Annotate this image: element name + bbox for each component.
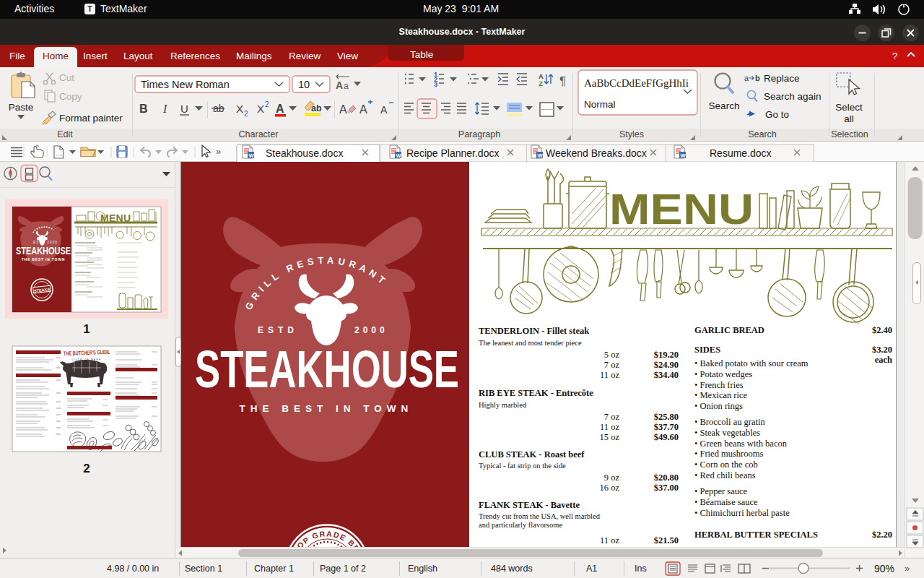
svg-text:a: a [744, 74, 749, 82]
svg-text:Paragraph: Paragraph [458, 129, 500, 139]
svg-text:Search: Search [709, 100, 740, 111]
svg-text:ESTD: ESTD [258, 325, 298, 335]
svg-text:Copy: Copy [59, 91, 82, 102]
svg-text:all: all [844, 113, 854, 124]
svg-text:A: A [276, 103, 284, 115]
svg-text:THE BEST IN TOWN: THE BEST IN TOWN [240, 403, 414, 414]
svg-text:2: 2 [265, 100, 269, 108]
svg-text:Paste: Paste [9, 102, 34, 113]
svg-text:Search: Search [748, 129, 777, 139]
svg-text:Styles: Styles [619, 129, 644, 139]
svg-text:X: X [236, 103, 243, 115]
svg-text:90%: 90% [874, 563, 894, 574]
svg-text:a: a [344, 81, 349, 91]
svg-text:Weekend Breaks.docx: Weekend Breaks.docx [546, 147, 647, 159]
svg-text:Steakhouse.docx: Steakhouse.docx [266, 147, 343, 159]
svg-text:b: b [755, 74, 760, 82]
svg-text:Times New Roman: Times New Roman [141, 79, 230, 90]
svg-text:Selection: Selection [831, 129, 868, 139]
svg-text:1: 1 [83, 322, 90, 336]
svg-text:I: I [162, 103, 167, 115]
svg-text:2: 2 [244, 110, 248, 118]
svg-text:U: U [180, 103, 188, 115]
svg-text:AaBbCcDdEeFfGgHhIi: AaBbCcDdEeFfGgHhIi [584, 77, 689, 89]
svg-text:Cut: Cut [59, 72, 74, 83]
svg-text:Go to: Go to [765, 109, 789, 120]
svg-text:A: A [380, 104, 388, 116]
svg-text:Replace: Replace [764, 73, 800, 84]
svg-text:ab: ab [311, 103, 322, 113]
svg-text:3: 3 [434, 80, 437, 88]
svg-text:X: X [257, 103, 264, 115]
svg-text:STEAKHOUSE: STEAKHOUSE [16, 245, 71, 256]
svg-text:Z: Z [539, 79, 543, 87]
svg-text:2: 2 [83, 462, 90, 475]
svg-text:Search again: Search again [764, 91, 821, 102]
svg-text:MENU: MENU [609, 185, 754, 233]
svg-text:Resume.docx: Resume.docx [710, 147, 772, 159]
svg-text:Select: Select [835, 102, 863, 113]
svg-text:A: A [359, 103, 367, 116]
svg-text:ESTD 2000: ESTD 2000 [33, 241, 58, 244]
svg-text:2000: 2000 [354, 325, 388, 335]
svg-text:THE BEST IN TOWN: THE BEST IN TOWN [22, 257, 66, 262]
svg-text:Character: Character [239, 129, 279, 139]
svg-text:¶: ¶ [559, 74, 566, 88]
svg-text:W: W [249, 152, 255, 159]
svg-text:STEAKHOUSE: STEAKHOUSE [195, 340, 459, 398]
svg-text:Recipe Planner.docx: Recipe Planner.docx [406, 147, 499, 159]
svg-text:Format painter: Format painter [59, 113, 123, 124]
svg-text:Normal: Normal [584, 99, 616, 110]
svg-text:»: » [216, 146, 221, 157]
svg-text:A: A [336, 79, 343, 91]
svg-text:Edit: Edit [57, 129, 73, 139]
svg-text:B: B [139, 103, 148, 115]
svg-text:»: » [905, 563, 910, 574]
svg-text:MENU: MENU [100, 212, 131, 224]
svg-text:10: 10 [298, 79, 310, 90]
svg-text:A: A [339, 103, 347, 116]
